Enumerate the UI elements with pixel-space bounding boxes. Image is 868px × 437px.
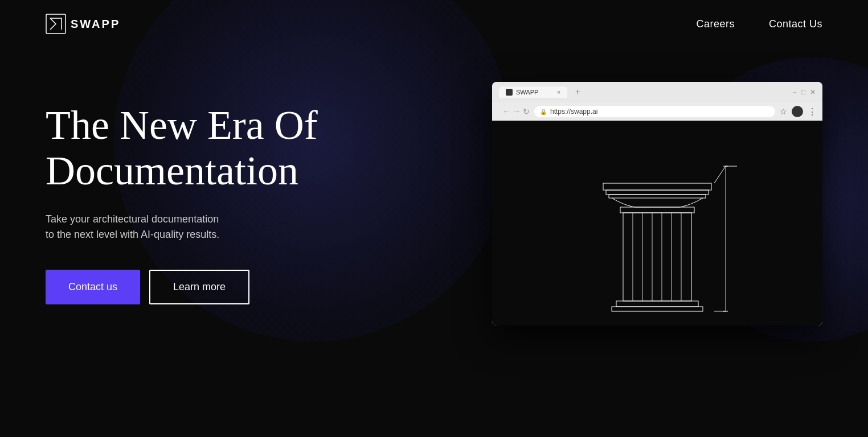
main-content: The New Era Of Documentation Take your a…: [0, 48, 868, 325]
profile-avatar[interactable]: [792, 106, 803, 117]
logo-text: SWAPP: [71, 18, 120, 31]
contact-us-button[interactable]: Contact us: [46, 270, 140, 304]
lock-icon: 🔒: [540, 109, 547, 115]
nav-careers[interactable]: Careers: [696, 18, 735, 30]
browser-mockup: SWAPP × + − □ ✕ ← → ↻ 🔒 https://swapp.ai: [492, 82, 822, 325]
svg-rect-12: [616, 301, 698, 307]
bookmark-icon[interactable]: ☆: [780, 107, 787, 117]
svg-rect-2: [606, 190, 709, 195]
back-button[interactable]: ←: [502, 107, 510, 117]
button-group: Contact us Learn more: [46, 270, 318, 304]
browser-actions: ☆ ⋮: [780, 106, 817, 117]
browser-controls: ← → ↻ 🔒 https://swapp.ai ☆ ⋮: [492, 102, 822, 121]
refresh-button[interactable]: ↻: [523, 107, 530, 117]
learn-more-button[interactable]: Learn more: [149, 270, 249, 304]
svg-rect-3: [609, 195, 706, 198]
logo-icon: [46, 14, 66, 34]
browser-tab[interactable]: SWAPP ×: [499, 86, 567, 98]
menu-icon[interactable]: ⋮: [808, 106, 817, 117]
hero-left: The New Era Of Documentation Take your a…: [46, 103, 318, 304]
nav: Careers Contact Us: [696, 18, 822, 30]
close-button[interactable]: ✕: [810, 88, 816, 97]
tab-favicon: [506, 89, 513, 96]
maximize-button[interactable]: □: [801, 88, 805, 97]
browser-content: [492, 121, 822, 325]
header: SWAPP Careers Contact Us: [0, 0, 868, 48]
minimize-button[interactable]: −: [793, 88, 797, 97]
tab-label: SWAPP: [516, 89, 538, 96]
svg-line-14: [714, 166, 726, 183]
new-tab-button[interactable]: +: [572, 87, 584, 97]
svg-rect-4: [620, 207, 694, 213]
nav-arrows: ← → ↻: [502, 107, 530, 117]
svg-rect-13: [612, 307, 703, 311]
nav-contact[interactable]: Contact Us: [769, 18, 822, 30]
url-text: https://swapp.ai: [550, 108, 597, 116]
address-bar[interactable]: 🔒 https://swapp.ai: [534, 106, 775, 117]
browser-tab-bar: SWAPP × + − □ ✕: [492, 82, 822, 102]
forward-button[interactable]: →: [513, 107, 521, 117]
hero-title: The New Era Of Documentation: [46, 103, 318, 193]
column-drawing: [492, 121, 822, 325]
logo[interactable]: SWAPP: [46, 14, 120, 34]
hero-subtitle: Take your architectural documentation to…: [46, 212, 318, 242]
svg-rect-1: [603, 183, 711, 190]
column-svg: [492, 121, 822, 325]
tab-close-button[interactable]: ×: [557, 89, 560, 96]
